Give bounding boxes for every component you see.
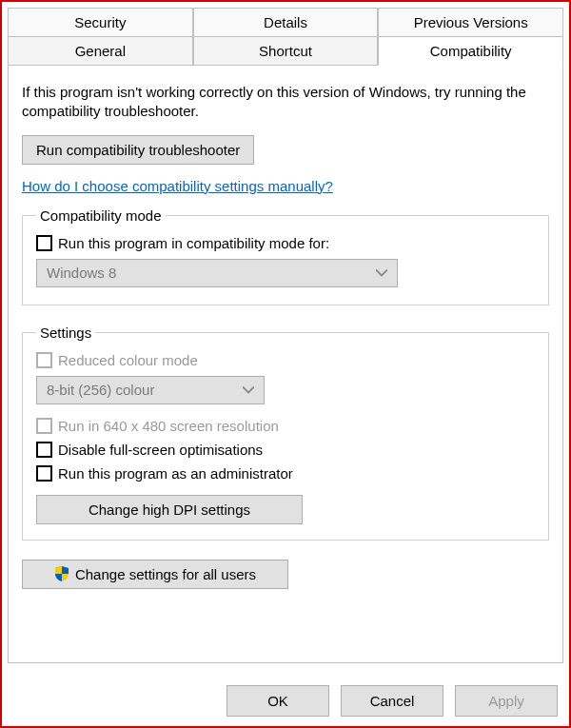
reduced-colour-label: Reduced colour mode [58, 352, 198, 368]
compatibility-mode-legend: Compatibility mode [36, 207, 166, 224]
run-as-admin-label: Run this program as an administrator [58, 465, 293, 482]
chevron-down-icon [243, 384, 254, 396]
compat-mode-checkbox[interactable] [36, 235, 52, 251]
settings-group: Settings Reduced colour mode 8-bit (256)… [22, 325, 549, 541]
compatibility-panel: If this program isn't working correctly … [8, 66, 563, 663]
compatibility-mode-group: Compatibility mode Run this program in c… [22, 207, 549, 305]
change-all-users-button[interactable]: Change settings for all users [22, 560, 288, 589]
help-link-compat-settings[interactable]: How do I choose compatibility settings m… [22, 178, 333, 194]
compat-os-dropdown[interactable]: Windows 8 [36, 259, 398, 287]
colour-depth-dropdown[interactable]: 8-bit (256) colour [36, 376, 265, 404]
run-as-admin-checkbox[interactable] [36, 465, 52, 482]
reduced-colour-checkbox[interactable] [36, 352, 52, 368]
cancel-button[interactable]: Cancel [341, 685, 443, 717]
uac-shield-icon [54, 566, 69, 581]
run-troubleshooter-button[interactable]: Run compatibility troubleshooter [22, 135, 254, 165]
tab-shortcut[interactable]: Shortcut [193, 36, 379, 66]
intro-text: If this program isn't working correctly … [22, 83, 536, 122]
tab-general[interactable]: General [8, 36, 193, 66]
settings-legend: Settings [36, 325, 95, 341]
change-all-users-label: Change settings for all users [75, 566, 256, 582]
tab-strip: Security Details Previous Versions Gener… [8, 8, 563, 66]
lowres-label: Run in 640 x 480 screen resolution [58, 418, 279, 434]
apply-button[interactable]: Apply [455, 685, 558, 717]
lowres-checkbox[interactable] [36, 418, 52, 434]
tab-security[interactable]: Security [8, 8, 193, 36]
compat-os-value: Windows 8 [47, 265, 116, 281]
change-dpi-button[interactable]: Change high DPI settings [36, 495, 303, 524]
disable-fullscreen-checkbox[interactable] [36, 442, 52, 458]
disable-fullscreen-label: Disable full-screen optimisations [58, 442, 263, 458]
tab-compatibility[interactable]: Compatibility [378, 36, 563, 66]
colour-depth-value: 8-bit (256) colour [47, 382, 154, 398]
tab-previous-versions[interactable]: Previous Versions [378, 8, 563, 36]
properties-dialog: Security Details Previous Versions Gener… [0, 0, 571, 728]
tab-details[interactable]: Details [193, 8, 379, 36]
ok-button[interactable]: OK [226, 685, 329, 717]
dialog-footer: OK Cancel Apply [226, 685, 558, 717]
compat-mode-label: Run this program in compatibility mode f… [58, 235, 329, 251]
chevron-down-icon [376, 267, 387, 279]
